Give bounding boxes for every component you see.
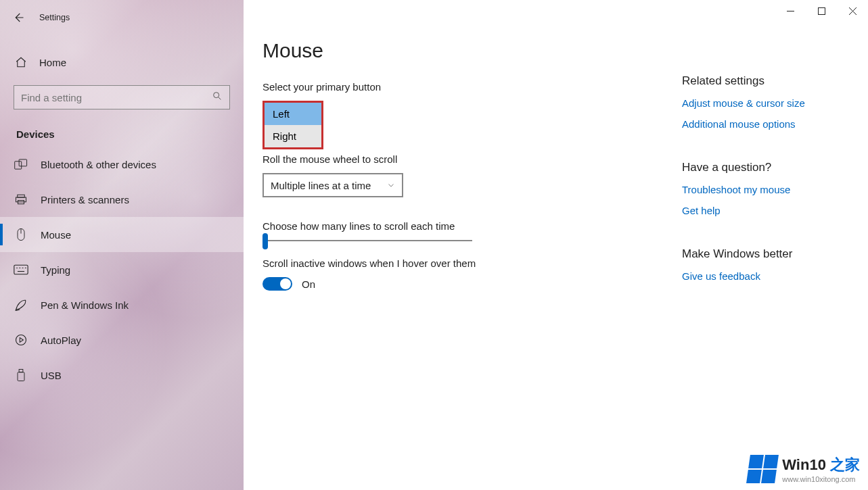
- link-adjust-mouse-size[interactable]: Adjust mouse & cursor size: [682, 97, 841, 109]
- related-heading: Related settings: [682, 74, 841, 88]
- svg-rect-1: [15, 162, 22, 169]
- sidebar-item-printers[interactable]: Printers & scanners: [0, 182, 244, 217]
- svg-rect-8: [14, 265, 28, 274]
- svg-rect-15: [19, 369, 23, 372]
- back-button[interactable]: [8, 7, 28, 28]
- autoplay-icon: [14, 333, 28, 347]
- sidebar-item-label: Mouse: [41, 229, 71, 241]
- sidebar-item-label: Printers & scanners: [41, 194, 129, 205]
- main-panel: Mouse Select your primary button Left Ri…: [244, 0, 868, 490]
- related-settings-group: Related settings Adjust mouse & cursor s…: [682, 74, 841, 130]
- svg-rect-4: [16, 197, 26, 202]
- keyboard-icon: [14, 264, 28, 275]
- sidebar-item-label: Bluetooth & other devices: [41, 159, 156, 170]
- maximize-button[interactable]: [806, 0, 837, 22]
- bluetooth-devices-icon: [14, 158, 28, 170]
- svg-rect-16: [18, 372, 24, 381]
- category-label: Devices: [0, 109, 244, 147]
- lines-label: Choose how many lines to scroll each tim…: [262, 220, 655, 232]
- roll-wheel-value: Multiple lines at a time: [271, 180, 371, 191]
- lines-slider[interactable]: [262, 240, 655, 241]
- watermark-logo-icon: [746, 455, 779, 483]
- watermark-brand-suffix: 之家: [826, 456, 860, 473]
- primary-button-option-right[interactable]: Right: [265, 125, 321, 147]
- svg-rect-18: [818, 7, 825, 14]
- scroll-inactive-label: Scroll inactive windows when I hover ove…: [262, 258, 655, 269]
- titlebar-left: Settings: [0, 5, 244, 30]
- scroll-inactive-state: On: [302, 278, 315, 290]
- content-right: Related settings Adjust mouse & cursor s…: [655, 7, 841, 490]
- watermark-text: Win10 之家 www.win10xitong.com: [782, 455, 860, 483]
- primary-button-label: Select your primary button: [262, 81, 655, 93]
- sidebar-item-label: USB: [41, 370, 62, 381]
- svg-point-0: [214, 93, 219, 98]
- sidebar-item-typing[interactable]: Typing: [0, 252, 244, 287]
- sidebar-item-label: AutoPlay: [41, 335, 81, 346]
- home-button[interactable]: Home: [0, 46, 244, 78]
- minimize-button[interactable]: [775, 0, 806, 22]
- link-additional-mouse-options[interactable]: Additional mouse options: [682, 118, 841, 130]
- watermark-url: www.win10xitong.com: [782, 475, 860, 483]
- search-wrap: [0, 78, 244, 109]
- usb-icon: [14, 368, 28, 382]
- sidebar-item-usb[interactable]: USB: [0, 358, 244, 393]
- printer-icon: [14, 193, 28, 205]
- app-title: Settings: [39, 13, 70, 22]
- sidebar-item-label: Pen & Windows Ink: [41, 299, 129, 311]
- home-icon: [14, 56, 28, 68]
- settings-window: Settings Home Devices Bluetooth & other …: [0, 0, 868, 490]
- sidebar-item-autoplay[interactable]: AutoPlay: [0, 322, 244, 358]
- sidebar: Settings Home Devices Bluetooth & other …: [0, 0, 244, 490]
- sidebar-item-pen[interactable]: Pen & Windows Ink: [0, 287, 244, 322]
- scroll-inactive-row: On: [262, 277, 655, 291]
- primary-button-option-left[interactable]: Left: [265, 103, 321, 125]
- link-troubleshoot[interactable]: Troubleshoot my mouse: [682, 184, 841, 195]
- scroll-inactive-toggle[interactable]: [262, 277, 292, 291]
- svg-rect-3: [18, 195, 25, 197]
- watermark: Win10 之家 www.win10xitong.com: [748, 455, 860, 483]
- search-box[interactable]: [14, 85, 230, 109]
- toggle-knob: [280, 278, 291, 289]
- sidebar-item-bluetooth[interactable]: Bluetooth & other devices: [0, 147, 244, 182]
- chevron-down-icon: [387, 180, 395, 191]
- roll-wheel-select[interactable]: Multiple lines at a time: [262, 173, 403, 197]
- sidebar-item-label: Typing: [41, 264, 70, 276]
- mouse-icon: [14, 228, 28, 241]
- better-group: Make Windows better Give us feedback: [682, 247, 841, 282]
- page-title: Mouse: [262, 39, 655, 62]
- content-left: Mouse Select your primary button Left Ri…: [262, 7, 655, 490]
- svg-point-14: [16, 335, 26, 345]
- question-heading: Have a question?: [682, 161, 841, 174]
- close-button[interactable]: [837, 0, 868, 22]
- question-group: Have a question? Troubleshoot my mouse G…: [682, 161, 841, 216]
- link-feedback[interactable]: Give us feedback: [682, 270, 841, 282]
- watermark-brand: Win10: [782, 456, 826, 473]
- better-heading: Make Windows better: [682, 247, 841, 261]
- slider-track[interactable]: [262, 240, 472, 241]
- roll-wheel-label: Roll the mouse wheel to scroll: [262, 153, 655, 165]
- search-input[interactable]: [21, 92, 212, 103]
- sidebar-item-mouse[interactable]: Mouse: [0, 217, 244, 252]
- pen-icon: [14, 298, 28, 312]
- window-controls: [775, 0, 868, 22]
- link-get-help[interactable]: Get help: [682, 205, 841, 216]
- search-icon: [212, 91, 223, 104]
- home-label: Home: [39, 57, 66, 68]
- slider-thumb[interactable]: [262, 233, 268, 249]
- primary-button-dropdown[interactable]: Left Right: [262, 101, 323, 149]
- svg-rect-2: [19, 160, 26, 166]
